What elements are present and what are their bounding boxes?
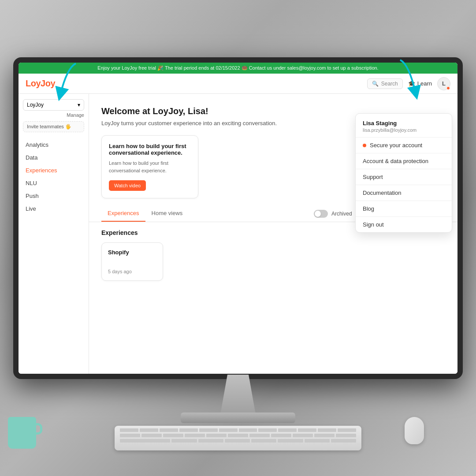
toggle-knob (315, 211, 321, 217)
dropdown-item-signout[interactable]: Sign out (356, 217, 452, 232)
chevron-down-icon: ▾ (78, 102, 80, 108)
sidebar-item-push[interactable]: Push (19, 190, 89, 202)
key (120, 428, 138, 432)
tab-home-views[interactable]: Home views (145, 205, 189, 222)
key (120, 434, 140, 437)
avatar[interactable]: L (437, 77, 450, 90)
learn-label: Learn (417, 80, 432, 87)
app-body: LoyJoy ▾ Manage Invite teammates 🖐 Analy… (19, 94, 457, 374)
dropdown-user-email: lisa.przybilla@loyjoy.com (363, 127, 445, 133)
dropdown-item-secure[interactable]: Secure your account (356, 138, 452, 153)
coffee-mug (8, 417, 36, 449)
invite-label: Invite teammates 🖐 (27, 124, 71, 130)
key (219, 428, 238, 432)
key (293, 434, 313, 437)
archived-toggle[interactable]: Archived (314, 210, 352, 218)
key (185, 434, 205, 437)
sidebar-item-experiences[interactable]: Experiences (19, 164, 89, 177)
key (278, 428, 297, 432)
logo: LoyJoy (26, 78, 55, 89)
key (298, 428, 316, 432)
key (318, 428, 336, 432)
key (141, 434, 162, 437)
dropdown-header: Lisa Staging lisa.przybilla@loyjoy.com (356, 114, 452, 138)
data-label: Data (26, 154, 37, 161)
key (206, 434, 227, 437)
key (336, 434, 356, 437)
sidebar-item-nlu[interactable]: NLU (19, 177, 89, 190)
invite-teammates-button[interactable]: Invite teammates 🖐 (23, 121, 84, 132)
dropdown-item-support-label: Support (363, 174, 383, 180)
key (249, 434, 270, 437)
experience-card-date: 5 days ago (108, 269, 156, 274)
live-label: Live (26, 205, 36, 212)
analytics-label: Analytics (26, 141, 48, 148)
app-container: Enjoy your LoyJoy free trial 🎉 The trial… (19, 63, 457, 374)
experience-card-name: Shopify (108, 249, 156, 256)
search-icon: 🔍 (372, 81, 379, 87)
key (179, 428, 198, 432)
watch-video-button[interactable]: Watch video (109, 180, 146, 191)
sidebar-item-data[interactable]: Data (19, 151, 89, 164)
tab-home-views-label: Home views (152, 210, 183, 216)
graduation-icon: 🎓 (408, 80, 415, 87)
key (305, 439, 330, 443)
nlu-label: NLU (26, 180, 37, 186)
learn-button[interactable]: 🎓 Learn (408, 80, 432, 87)
dropdown-item-data-protection[interactable]: Account & data protection (356, 153, 452, 169)
keyboard-row-1 (120, 428, 356, 432)
secure-dot (363, 144, 366, 147)
user-dropdown-menu: Lisa Staging lisa.przybilla@loyjoy.com S… (355, 113, 452, 233)
key (140, 428, 158, 432)
toggle-switch[interactable] (314, 210, 328, 218)
manage-link[interactable]: Manage (23, 112, 84, 118)
key (225, 439, 250, 443)
dropdown-item-blog-label: Blog (363, 205, 374, 212)
key (314, 434, 335, 437)
video-card: Learn how to build your first conversati… (101, 135, 198, 198)
banner-text: Enjoy your LoyJoy free trial 🎉 The trial… (97, 65, 378, 71)
dropdown-item-blog[interactable]: Blog (356, 201, 452, 216)
monitor: Enjoy your LoyJoy free trial 🎉 The trial… (13, 57, 463, 379)
sidebar: LoyJoy ▾ Manage Invite teammates 🖐 Analy… (19, 94, 89, 374)
sidebar-item-analytics[interactable]: Analytics (19, 138, 89, 151)
video-card-title: Learn how to build your first conversati… (109, 143, 191, 156)
tab-experiences-label: Experiences (108, 210, 139, 216)
dropdown-item-signout-label: Sign out (363, 221, 384, 228)
avatar-letter: L (442, 80, 446, 87)
key (239, 428, 257, 432)
org-selector[interactable]: LoyJoy ▾ (23, 99, 84, 111)
header: LoyJoy 🔍 Search 🎓 Learn L (19, 74, 457, 94)
key (228, 434, 248, 437)
key (251, 439, 276, 443)
mouse (405, 417, 424, 444)
key (163, 434, 183, 437)
push-label: Push (26, 193, 39, 199)
key (258, 428, 277, 432)
keyboard-row-2 (120, 434, 356, 437)
dropdown-user-name: Lisa Staging (363, 120, 445, 126)
org-name: LoyJoy (27, 102, 44, 108)
mug-handle (35, 423, 42, 435)
monitor-screen: Enjoy your LoyJoy free trial 🎉 The trial… (19, 63, 457, 374)
key (331, 439, 356, 443)
key (198, 439, 223, 443)
key (171, 439, 197, 443)
key (160, 428, 178, 432)
search-placeholder: Search (381, 81, 398, 87)
dropdown-item-data-protection-label: Account & data protection (363, 158, 428, 164)
sidebar-item-live[interactable]: Live (19, 202, 89, 215)
key (278, 439, 303, 443)
experience-card-shopify[interactable]: Shopify 5 days ago (101, 242, 163, 281)
tab-experiences[interactable]: Experiences (101, 205, 145, 222)
keyboard-rows (115, 426, 361, 445)
dropdown-item-support[interactable]: Support (356, 169, 452, 185)
main-content: Welcome at LoyJoy, Lisa! LoyJoy turns yo… (89, 94, 457, 374)
keyboard (115, 426, 361, 450)
dropdown-item-documentation[interactable]: Documentation (356, 185, 452, 201)
keyboard-row-3 (120, 439, 356, 443)
key-space (120, 439, 170, 443)
search-box[interactable]: 🔍 Search (367, 78, 403, 89)
dropdown-item-documentation-label: Documentation (363, 190, 401, 196)
avatar-notification-dot (446, 86, 450, 90)
